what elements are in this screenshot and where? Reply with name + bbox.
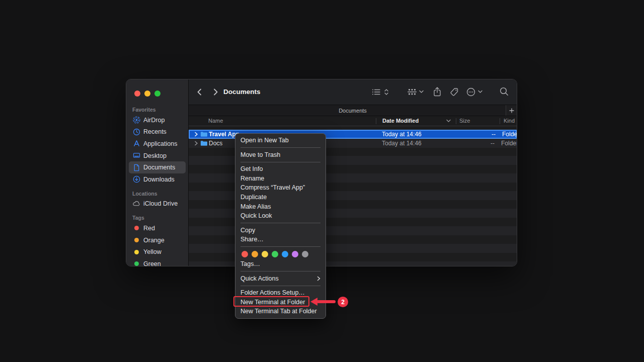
more-actions-icon[interactable] — [466, 87, 475, 97]
list-view-icon[interactable] — [372, 88, 381, 96]
menu-separator — [240, 271, 320, 272]
sidebar-section-favorites: Favorites — [132, 107, 188, 113]
file-date: Today at 14:46 — [382, 139, 422, 148]
tags-icon[interactable] — [450, 87, 459, 97]
sidebar-section-tags: Tags — [132, 215, 188, 221]
menu-separator — [240, 286, 320, 286]
sidebar-item-label: Documents — [143, 164, 175, 171]
yellow-tag-dot-icon — [132, 248, 140, 256]
toolbar: Documents — [189, 79, 517, 105]
tag-color-row — [235, 249, 326, 259]
sort-chevron-icon[interactable] — [446, 118, 451, 123]
disclosure-chevron-icon[interactable] — [194, 139, 199, 148]
menu-item-duplicate[interactable]: Duplicate — [235, 193, 326, 202]
menu-item-tags[interactable]: Tags… — [235, 259, 326, 269]
annotation-arrow-icon — [316, 300, 336, 303]
menu-item-copy[interactable]: Copy — [235, 226, 326, 235]
desktop-background: Favorites AirDrop Recents Applications — [0, 0, 644, 362]
window-controls — [126, 79, 188, 97]
tag-red-button[interactable] — [242, 251, 248, 257]
sidebar: Favorites AirDrop Recents Applications — [126, 79, 189, 266]
sidebar-item-label: Applications — [143, 140, 177, 147]
column-name[interactable]: Name — [208, 118, 223, 124]
orange-tag-dot-icon — [132, 236, 140, 244]
sidebar-item-label: Yellow — [143, 248, 162, 255]
search-icon[interactable] — [500, 87, 509, 96]
sidebar-item-label: AirDrop — [143, 117, 165, 124]
column-divider — [500, 118, 500, 124]
sidebar-item-tag-red[interactable]: Red — [126, 222, 188, 234]
forward-button[interactable] — [211, 88, 219, 96]
menu-item-make-alias[interactable]: Make Alias — [235, 202, 326, 212]
sidebar-item-desktop[interactable]: Desktop — [126, 150, 188, 162]
sidebar-item-recents[interactable]: Recents — [126, 126, 188, 138]
tag-blue-button[interactable] — [282, 251, 288, 257]
column-divider — [456, 118, 456, 124]
sidebar-item-label: Downloads — [143, 176, 175, 183]
sidebar-section-locations: Locations — [132, 191, 188, 197]
red-tag-dot-icon — [132, 224, 140, 232]
back-button[interactable] — [196, 88, 204, 96]
cloud-icon — [132, 200, 140, 208]
menu-item-move-to-trash[interactable]: Move to Trash — [235, 150, 326, 160]
menu-item-rename[interactable]: Rename — [235, 174, 326, 184]
sidebar-item-label: iCloud Drive — [143, 200, 178, 207]
menu-item-open-in-new-tab[interactable]: Open in New Tab — [235, 136, 326, 145]
tag-gray-button[interactable] — [302, 251, 308, 257]
sidebar-item-label: Desktop — [143, 152, 167, 159]
view-mode-chevrons-icon[interactable] — [384, 88, 389, 96]
sidebar-item-applications[interactable]: Applications — [126, 138, 188, 150]
green-tag-dot-icon — [132, 260, 140, 266]
column-size[interactable]: Size — [459, 118, 470, 124]
sidebar-item-downloads[interactable]: Downloads — [126, 173, 188, 186]
sidebar-item-airdrop[interactable]: AirDrop — [126, 114, 188, 126]
sidebar-item-tag-yellow[interactable]: Yellow — [126, 246, 188, 258]
chevron-down-icon[interactable] — [419, 90, 424, 94]
folder-icon — [200, 139, 208, 148]
sidebar-item-label: Red — [143, 225, 155, 232]
submenu-chevron-icon — [317, 276, 320, 281]
menu-separator — [240, 147, 320, 148]
menu-item-new-terminal-tab-at-folder[interactable]: New Terminal Tab at Folder — [235, 307, 326, 316]
list-column-header: Name Date Modified Size Kind — [189, 116, 517, 126]
clock-icon — [132, 128, 140, 136]
sidebar-item-tag-green[interactable]: Green — [126, 258, 188, 266]
tab-documents[interactable]: Documents — [339, 108, 367, 114]
file-kind: Folder — [502, 131, 517, 138]
menu-item-share[interactable]: Share… — [235, 235, 326, 244]
close-window-button[interactable] — [134, 90, 140, 97]
airdrop-icon — [132, 116, 140, 124]
menu-item-compress[interactable]: Compress “Travel App” — [235, 183, 326, 193]
annotation-highlight-box — [233, 296, 309, 307]
applications-icon — [132, 140, 140, 148]
sidebar-item-icloud-drive[interactable]: iCloud Drive — [126, 198, 188, 210]
window-title: Documents — [223, 88, 261, 96]
column-date-modified[interactable]: Date Modified — [382, 118, 419, 124]
document-icon — [132, 163, 140, 171]
minimize-window-button[interactable] — [144, 90, 150, 97]
tag-orange-button[interactable] — [252, 251, 258, 257]
menu-item-quick-actions[interactable]: Quick Actions — [235, 274, 326, 284]
new-tab-button[interactable] — [506, 105, 517, 116]
group-by-icon[interactable] — [407, 88, 417, 96]
file-name: Docs — [209, 139, 222, 148]
share-icon[interactable] — [433, 87, 441, 97]
menu-separator — [240, 162, 320, 162]
sidebar-item-tag-orange[interactable]: Orange — [126, 234, 188, 246]
column-kind[interactable]: Kind — [504, 118, 515, 124]
sidebar-item-documents[interactable]: Documents — [129, 161, 186, 173]
menu-item-get-info[interactable]: Get Info — [235, 164, 326, 174]
zoom-window-button[interactable] — [154, 90, 160, 97]
tag-purple-button[interactable] — [292, 251, 298, 257]
disclosure-chevron-icon[interactable] — [194, 131, 199, 138]
file-date: Today at 14:46 — [382, 131, 422, 138]
tag-green-button[interactable] — [272, 251, 278, 257]
context-menu: Open in New Tab Move to Trash Get Info R… — [235, 133, 326, 319]
sidebar-item-label: Recents — [143, 128, 167, 135]
chevron-down-icon[interactable] — [478, 90, 482, 94]
desktop-icon — [132, 152, 140, 160]
menu-separator — [240, 223, 320, 223]
tab-bar: Documents — [189, 105, 517, 116]
tag-yellow-button[interactable] — [262, 251, 268, 257]
menu-item-quick-look[interactable]: Quick Look — [235, 211, 326, 221]
